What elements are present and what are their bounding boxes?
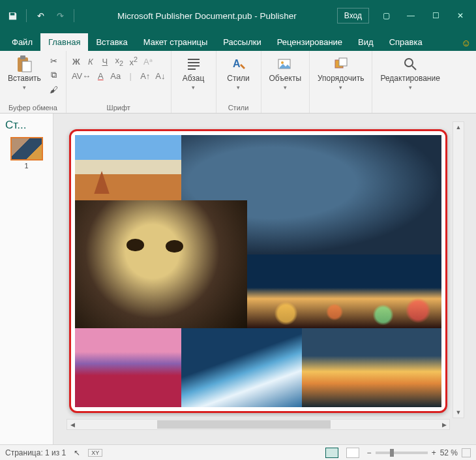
view-two-page-button[interactable] [346, 448, 359, 458]
scroll-down-icon[interactable]: ▼ [456, 407, 462, 418]
copy-button[interactable]: ⧉ [48, 69, 61, 81]
page-thumbnail[interactable] [10, 137, 43, 161]
paste-button[interactable]: Вставить ▾ [5, 54, 44, 92]
image-collage [75, 135, 441, 407]
account-sign-in[interactable]: Вход [337, 8, 369, 23]
caps-indicator: XY [88, 449, 102, 457]
italic-button[interactable]: К [86, 57, 95, 67]
shrink-font-button[interactable]: A↓ [155, 71, 165, 81]
dropdown-caret-icon: ▾ [284, 84, 287, 91]
scroll-track[interactable] [78, 420, 439, 429]
underline-button[interactable]: Ч [100, 57, 110, 67]
pointer-mode-icon[interactable]: ↖ [74, 448, 80, 457]
grow-font-button[interactable]: A↑ [140, 71, 150, 81]
page-thumbnail-number: 1 [24, 162, 28, 170]
svg-line-13 [412, 66, 416, 70]
vertical-scrollbar[interactable]: ▲ ▼ [453, 121, 464, 418]
svg-rect-11 [339, 58, 347, 66]
svg-rect-1 [20, 55, 25, 59]
styles-label: Стили [227, 74, 250, 83]
ribbon-options-button[interactable]: ▢ [374, 7, 398, 25]
window-controls: ▢ — ☐ ✕ [374, 7, 472, 25]
undo-button[interactable]: ↶ [32, 7, 49, 24]
group-arrange: Упорядочить ▾ [310, 51, 372, 113]
quick-access-toolbar: ↶ ↷ [4, 7, 77, 24]
objects-button[interactable]: Объекты ▾ [267, 54, 305, 92]
feedback-icon[interactable]: ☺ [456, 37, 476, 51]
tab-view[interactable]: Вид [350, 33, 381, 51]
pages-panel-title: Ст... [0, 117, 31, 137]
scroll-right-icon[interactable]: ▶ [439, 422, 449, 428]
zoom-fit-button[interactable] [462, 448, 471, 457]
image-bokeh-lights[interactable] [247, 254, 441, 328]
objects-label: Объекты [269, 74, 302, 83]
clear-format-button[interactable]: Aᵃ [143, 57, 153, 67]
editing-button[interactable]: Редактирование ▾ [378, 54, 442, 92]
group-clipboard: Вставить ▾ ✂ ⧉ 🖌 Буфер обмена [0, 51, 67, 113]
dropdown-caret-icon: ▾ [192, 84, 195, 91]
tab-file[interactable]: Файл [4, 33, 40, 51]
minimize-button[interactable]: — [399, 7, 423, 25]
document-title: Microsoft Publisher Document.pub - Publi… [77, 11, 337, 21]
scroll-left-icon[interactable]: ◀ [67, 422, 78, 428]
image-desert[interactable] [75, 135, 181, 200]
svg-rect-2 [22, 61, 31, 72]
group-editing: Редактирование ▾ [372, 51, 447, 113]
paragraph-icon [185, 55, 203, 73]
group-font: Ж К Ч x2 x2 Aᵃ AV↔ A Aa | A↑ A↓ Шрифт [67, 51, 171, 113]
char-spacing-button[interactable]: AV↔ [72, 71, 91, 81]
arrange-icon [332, 55, 350, 73]
tab-help[interactable]: Справка [381, 33, 430, 51]
tab-page-layout[interactable]: Макет страницы [136, 33, 216, 51]
zoom-out-button[interactable]: − [367, 448, 372, 457]
zoom-value[interactable]: 52 % [440, 448, 458, 457]
zoom-in-button[interactable]: + [432, 448, 436, 457]
paste-label: Вставить [8, 74, 41, 83]
canvas-area: ▲ ▼ ◀ ▶ [53, 114, 476, 444]
view-single-page-button[interactable] [325, 448, 338, 458]
styles-button[interactable]: A Стили ▾ [222, 54, 256, 92]
tab-mailings[interactable]: Рассылки [215, 33, 269, 51]
arrange-button[interactable]: Упорядочить ▾ [315, 54, 366, 92]
group-paragraph: Абзац ▾ [171, 51, 216, 113]
zoom-control: − + 52 % [367, 448, 471, 457]
image-cheetah[interactable] [75, 200, 247, 328]
tab-review[interactable]: Рецензирование [269, 33, 350, 51]
publication-page[interactable] [69, 129, 447, 413]
format-painter-button[interactable]: 🖌 [48, 84, 61, 95]
dropdown-caret-icon: ▾ [409, 84, 412, 91]
dropdown-caret-icon: ▾ [237, 84, 240, 91]
paragraph-button[interactable]: Абзац ▾ [177, 54, 211, 92]
horizontal-scrollbar[interactable]: ◀ ▶ [67, 419, 450, 430]
font-controls: Ж К Ч x2 x2 Aᵃ AV↔ A Aa | A↑ A↓ [72, 54, 166, 81]
group-objects: Объекты ▾ [261, 51, 310, 113]
cut-button[interactable]: ✂ [48, 55, 61, 67]
svg-point-12 [405, 59, 413, 67]
superscript-button[interactable]: x2 [129, 55, 138, 67]
group-label-styles: Стили [222, 102, 256, 112]
status-bar: Страница: 1 из 1 ↖ XY − + 52 % [0, 444, 476, 460]
change-case-button[interactable]: Aa [110, 71, 121, 81]
svg-point-9 [281, 61, 284, 64]
scroll-thumb[interactable] [157, 420, 331, 429]
font-color-button[interactable]: A [96, 71, 105, 81]
svg-text:A: A [233, 58, 241, 69]
work-area: Ст... 1 ▲ ▼ ◀ ▶ [0, 114, 476, 444]
scroll-up-icon[interactable]: ▲ [456, 122, 462, 132]
subscript-button[interactable]: x2 [115, 55, 124, 67]
tab-home[interactable]: Главная [40, 33, 88, 51]
pages-panel: Ст... 1 [0, 114, 53, 444]
image-tulip-field[interactable] [75, 328, 181, 407]
zoom-slider[interactable] [376, 452, 428, 454]
close-button[interactable]: ✕ [449, 7, 472, 25]
tab-insert[interactable]: Вставка [88, 33, 135, 51]
ribbon: Вставить ▾ ✂ ⧉ 🖌 Буфер обмена Ж К Ч x2 x… [0, 51, 476, 114]
maximize-button[interactable]: ☐ [424, 7, 447, 25]
ribbon-tabs: Файл Главная Вставка Макет страницы Расс… [0, 31, 476, 51]
bold-button[interactable]: Ж [72, 57, 81, 67]
save-button[interactable] [4, 7, 21, 24]
image-ocean-sunset[interactable] [302, 328, 441, 407]
paragraph-label: Абзац [183, 74, 205, 83]
redo-button[interactable]: ↷ [52, 7, 68, 24]
image-surfer[interactable] [181, 328, 302, 407]
